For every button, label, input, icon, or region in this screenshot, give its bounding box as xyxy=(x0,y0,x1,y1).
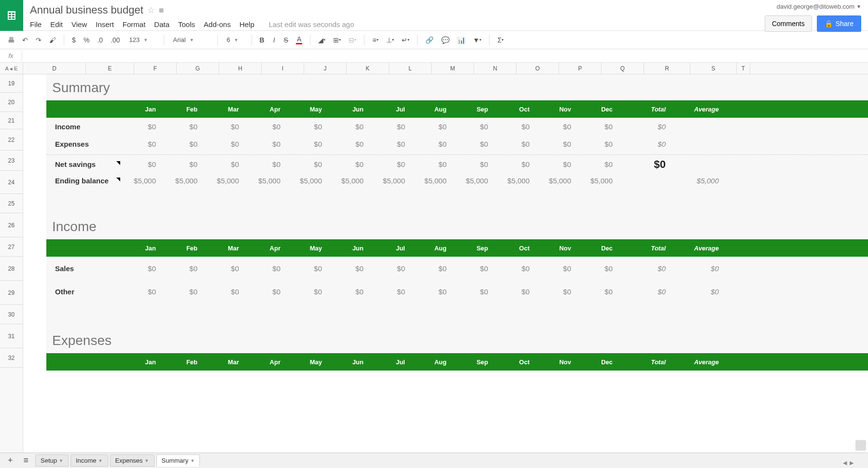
cell-value[interactable]: $0 xyxy=(536,140,578,148)
cell-value[interactable]: $0 xyxy=(370,160,412,168)
cell-total[interactable]: $0 xyxy=(619,264,672,273)
cell-value[interactable]: $5,000 xyxy=(495,177,536,185)
col-header-L[interactable]: L xyxy=(389,63,432,74)
col-header-N[interactable]: N xyxy=(474,63,517,74)
undo-icon[interactable]: ↶ xyxy=(19,34,31,46)
cell-total[interactable]: $0 xyxy=(619,123,672,131)
cell-value[interactable]: $0 xyxy=(246,264,287,273)
cell-value[interactable]: $0 xyxy=(453,288,495,296)
row-header-32[interactable]: 32 xyxy=(0,348,23,368)
cell-average[interactable]: $5,000 xyxy=(672,177,726,185)
cell-value[interactable]: $0 xyxy=(287,288,329,296)
cell-value[interactable]: $5,000 xyxy=(121,177,163,185)
col-header-P[interactable]: P xyxy=(559,63,602,74)
cell-value[interactable]: $0 xyxy=(287,264,329,273)
cell-average[interactable]: $0 xyxy=(672,264,726,273)
cell-value[interactable]: $0 xyxy=(121,123,163,131)
cell-value[interactable]: $0 xyxy=(287,160,329,168)
row-header-20[interactable]: 20 xyxy=(0,93,23,112)
cell-value[interactable]: $0 xyxy=(121,264,163,273)
cell-value[interactable]: $0 xyxy=(412,140,453,148)
row-header-25[interactable]: 25 xyxy=(0,194,23,213)
row-header-27[interactable]: 27 xyxy=(0,237,23,257)
share-button[interactable]: 🔒 Share xyxy=(817,15,861,32)
scroll-left-icon[interactable]: ◀ xyxy=(842,460,848,466)
cell-value[interactable]: $5,000 xyxy=(329,177,370,185)
text-color-icon[interactable]: A xyxy=(293,33,305,46)
row-header-21[interactable]: 21 xyxy=(0,112,23,129)
cell-value[interactable]: $0 xyxy=(246,160,287,168)
col-header-E[interactable]: E xyxy=(86,63,134,74)
percent-icon[interactable]: % xyxy=(81,34,92,46)
cell-value[interactable]: $0 xyxy=(329,264,370,273)
cell-total[interactable]: $0 xyxy=(619,288,672,296)
cell-value[interactable]: $0 xyxy=(495,264,536,273)
cell-value[interactable]: $0 xyxy=(578,264,619,273)
bold-icon[interactable]: B xyxy=(257,34,267,46)
row-header-30[interactable]: 30 xyxy=(0,305,23,324)
cell-value[interactable]: $0 xyxy=(121,140,163,148)
cell-value[interactable]: $0 xyxy=(495,140,536,148)
cell-value[interactable]: $0 xyxy=(536,160,578,168)
star-icon[interactable]: ☆ xyxy=(147,5,155,15)
cell-value[interactable]: $5,000 xyxy=(412,177,453,185)
col-header-T[interactable]: T xyxy=(737,63,750,74)
cell-value[interactable]: $0 xyxy=(495,160,536,168)
cell-value[interactable]: $0 xyxy=(246,123,287,131)
document-title[interactable]: Annual business budget xyxy=(30,4,143,16)
select-all-corner[interactable]: A ◂ E xyxy=(0,63,23,74)
print-icon[interactable]: 🖶 xyxy=(5,34,17,46)
cell-value[interactable]: $0 xyxy=(536,264,578,273)
cell-value[interactable]: $0 xyxy=(495,123,536,131)
menu-tools[interactable]: Tools xyxy=(178,20,195,28)
col-header-G[interactable]: G xyxy=(177,63,219,74)
folder-icon[interactable]: ■ xyxy=(159,5,164,15)
cell-value[interactable]: $0 xyxy=(121,288,163,296)
currency-icon[interactable]: $ xyxy=(69,34,79,46)
col-header-F[interactable]: F xyxy=(134,63,177,74)
italic-icon[interactable]: I xyxy=(269,34,279,46)
cell-value[interactable]: $5,000 xyxy=(536,177,578,185)
row-header-29[interactable]: 29 xyxy=(0,281,23,305)
col-header-H[interactable]: H xyxy=(219,63,262,74)
col-header-M[interactable]: M xyxy=(432,63,474,74)
cell-value[interactable]: $0 xyxy=(370,123,412,131)
strikethrough-icon[interactable]: S xyxy=(281,34,291,46)
cell-value[interactable]: $0 xyxy=(163,160,204,168)
all-sheets-button[interactable]: ≡ xyxy=(20,454,33,468)
row-header-26[interactable]: 26 xyxy=(0,213,23,237)
cell-value[interactable]: $0 xyxy=(453,160,495,168)
cell-value[interactable]: $0 xyxy=(453,123,495,131)
cell-value[interactable]: $0 xyxy=(246,140,287,148)
cell-value[interactable]: $0 xyxy=(412,160,453,168)
insert-comment-icon[interactable]: 💬 xyxy=(438,34,452,46)
borders-icon[interactable]: ⊞▾ xyxy=(330,34,344,46)
insert-chart-icon[interactable]: 📊 xyxy=(454,34,468,46)
insert-link-icon[interactable]: 🔗 xyxy=(422,34,436,46)
fill-color-icon[interactable]: ◢▾ xyxy=(315,34,328,46)
cell-value[interactable]: $0 xyxy=(287,140,329,148)
cell-value[interactable]: $0 xyxy=(163,140,204,148)
cell-value[interactable]: $0 xyxy=(163,288,204,296)
menu-addons[interactable]: Add-ons xyxy=(204,20,231,28)
cell-value[interactable]: $0 xyxy=(495,288,536,296)
row-header-28[interactable]: 28 xyxy=(0,257,23,281)
row-header-31[interactable]: 31 xyxy=(0,324,23,348)
cell-value[interactable]: $5,000 xyxy=(453,177,495,185)
sheets-logo[interactable] xyxy=(0,0,23,31)
functions-icon[interactable]: Σ▾ xyxy=(494,34,506,46)
scroll-right-icon[interactable]: ▶ xyxy=(849,460,854,466)
cell-value[interactable]: $0 xyxy=(329,140,370,148)
cell-value[interactable]: $0 xyxy=(412,123,453,131)
cell-value[interactable]: $5,000 xyxy=(246,177,287,185)
cell-value[interactable]: $0 xyxy=(163,123,204,131)
cell-value[interactable]: $0 xyxy=(453,264,495,273)
cell-total[interactable]: $0 xyxy=(619,140,672,148)
menu-help[interactable]: Help xyxy=(239,20,254,28)
user-email[interactable]: david.george@ditoweb.com ▼ xyxy=(777,3,861,10)
col-header-K[interactable]: K xyxy=(347,63,389,74)
row-header-22[interactable]: 22 xyxy=(0,129,23,151)
menu-view[interactable]: View xyxy=(71,20,87,28)
add-sheet-button[interactable]: + xyxy=(4,454,17,468)
col-header-O[interactable]: O xyxy=(517,63,559,74)
